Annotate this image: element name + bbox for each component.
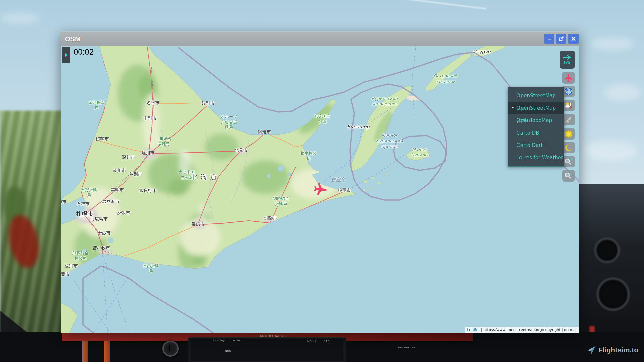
map-canvas[interactable]: 北海道 大雪山国 立公園 札幌市 石狩市 石狩振興 局 美唄市 岩見沢市 北広島…: [61, 46, 579, 333]
paper-plane-icon: [587, 346, 596, 354]
flight-timer: 00:02: [73, 47, 94, 57]
popout-icon: [558, 36, 564, 42]
avionics-screen: [191, 339, 343, 361]
instrument-gauge: [594, 238, 620, 263]
avionics-console: [188, 337, 346, 362]
oshima-peninsula: [61, 302, 77, 333]
cloud: [584, 141, 638, 161]
layer-option-label: Carto Dark: [516, 142, 544, 148]
sun-icon: [564, 130, 573, 138]
selected-bullet: •: [511, 102, 514, 114]
map-attribution: Leaflet | https://www.openstreetmap.org/…: [465, 327, 579, 333]
close-button[interactable]: [568, 34, 579, 44]
close-icon: [571, 36, 576, 41]
watermark-label: Flightsim.to: [598, 346, 638, 354]
layer-option-label: Carto DB: [516, 130, 539, 136]
window-titlebar[interactable]: OSM: [61, 31, 579, 46]
layer-option[interactable]: • OpenStreetMap (ch): [508, 102, 564, 114]
cockpit-label: TRK 00:00 OAT 12 C: [258, 334, 287, 338]
layer-option-label: OpenTopoMap: [516, 117, 552, 123]
panel-post: [82, 341, 88, 362]
minimize-button[interactable]: [544, 34, 554, 44]
leaflet-link[interactable]: Leaflet: [467, 328, 480, 332]
ground-speed-value: 4.0kt: [563, 61, 572, 65]
timer-expand-button[interactable]: [62, 47, 70, 63]
minimize-icon: [547, 36, 552, 42]
cockpit-bottom-panel: [0, 332, 644, 362]
expand-arrow-icon: [65, 53, 68, 57]
plane-icon: [564, 74, 573, 82]
flightsim-watermark: Flightsim.to: [587, 346, 638, 354]
instrument-gauge: [597, 278, 630, 311]
cloud: [591, 37, 634, 50]
cockpit-label: Heading: [213, 339, 225, 342]
layer-menu: • OpenStreetMap (de) • OpenStreetMap (ch…: [508, 87, 564, 167]
window-title: OSM: [65, 35, 81, 43]
layer-option-label: Lo-res for Weather: [516, 155, 563, 161]
popout-button[interactable]: [556, 34, 566, 44]
speed-indicator-button[interactable]: 4.0kt: [560, 51, 575, 69]
key-slot: [169, 345, 170, 351]
flight-sim-scene: TRK 00:00 OAT 12 C Heading Altitude MENU…: [0, 0, 644, 362]
zoom-out-button[interactable]: [562, 170, 575, 182]
cockpit-label: PROPELLER: [398, 346, 416, 349]
leaflet-basemap: [61, 46, 579, 333]
cloud: [604, 84, 641, 101]
panel-post: [104, 341, 110, 362]
moon-icon: [565, 144, 572, 151]
cursor-icon: [564, 116, 573, 124]
zoom-out-icon: [564, 172, 573, 180]
layer-option[interactable]: • Carto DB: [508, 127, 564, 139]
layer-option[interactable]: • Carto Dark: [508, 139, 564, 152]
layer-option[interactable]: • OpenStreetMap (de): [508, 90, 564, 102]
cockpit-label: NRST: [225, 349, 233, 352]
center-on-aircraft-button[interactable]: [562, 72, 575, 84]
attribution-text: | https://www.openstreetmap.org/copyrigh…: [480, 328, 578, 332]
window-controls: [544, 34, 579, 44]
cockpit-label: MENU: [307, 340, 316, 343]
layer-option[interactable]: • Lo-res for Weather: [508, 152, 564, 164]
zoom-in-icon: [564, 158, 573, 166]
cloud: [0, 13, 40, 23]
ignition-key-switch: [162, 341, 179, 357]
cockpit-label: BACK: [324, 340, 332, 343]
weather-icon: [564, 101, 573, 109]
osm-window: OSM: [61, 31, 579, 332]
speed-arrow-icon: [563, 55, 572, 60]
cockpit-label: Altitude: [233, 339, 243, 342]
globe-icon: [564, 87, 573, 95]
layer-option[interactable]: • OpenTopoMap: [508, 114, 564, 127]
